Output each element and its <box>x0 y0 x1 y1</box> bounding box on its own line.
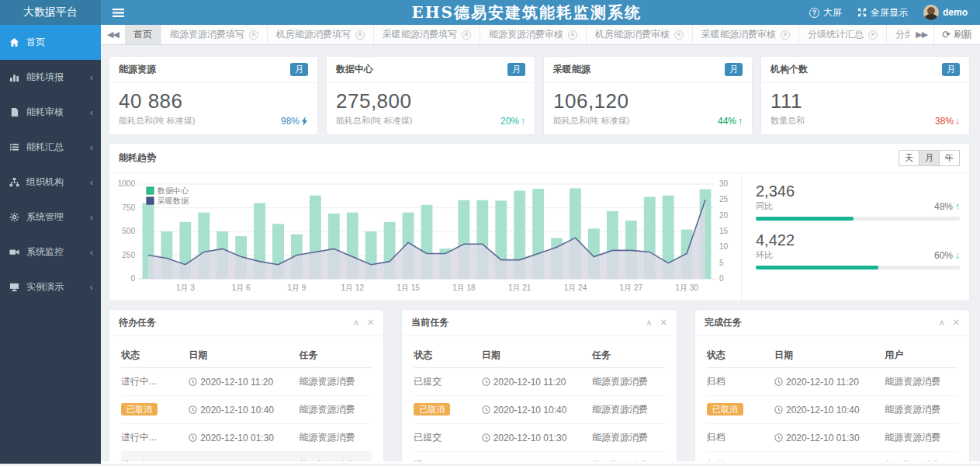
svg-text:1月 9: 1月 9 <box>287 283 306 292</box>
trend-chart: 025050075010000510152025301月 31月 61月 91月… <box>109 173 741 301</box>
status-text: 归档 <box>707 432 725 443</box>
user-menu[interactable]: demo <box>923 5 968 20</box>
status-badge: 已取消 <box>414 403 450 416</box>
column-header: 日期 <box>189 343 299 368</box>
stat-label: 能耗总和(吨 标准煤) <box>336 115 412 127</box>
svg-text:500: 500 <box>122 227 135 235</box>
fullscreen-label: 全屏显示 <box>871 6 908 19</box>
table-row: 已取消 2020-12-10 10:40 能源资源消费 <box>414 396 664 424</box>
tab-close-icon[interactable]: ✕ <box>249 30 258 40</box>
tab-采暖能源消费填写[interactable]: 采暖能源消费填写✕ <box>374 25 480 44</box>
tab-label: 机房能源消费填写 <box>276 28 351 41</box>
tab-label: 首页 <box>133 28 152 41</box>
sidebar-item-组织机构[interactable]: 组织机构‹ <box>0 165 101 200</box>
list-icon <box>9 142 22 152</box>
close-icon[interactable]: ✕ <box>367 318 374 328</box>
item-text: 能源资源消费 <box>885 376 940 387</box>
column-header: 任务 <box>592 343 665 368</box>
tab-采暖能源消费审核[interactable]: 采暖能源消费审核✕ <box>693 25 799 44</box>
column-header: 日期 <box>482 343 592 368</box>
table-row: 已提交 2020-12-10 01:30 能源资源消费 <box>414 424 664 452</box>
collapse-icon[interactable]: ∧ <box>646 318 652 328</box>
month-badge: 月 <box>290 63 308 76</box>
progress-bar <box>756 217 960 221</box>
tabs-scroll-left-button[interactable]: ◀◀ <box>101 25 125 44</box>
range-button-group: 天月年 <box>899 150 960 166</box>
status-badge: 已取消 <box>121 403 158 416</box>
tab-close-icon[interactable]: ✕ <box>568 30 577 40</box>
tab-close-icon[interactable]: ✕ <box>868 30 878 40</box>
tab-首页[interactable]: 首页 <box>125 25 161 44</box>
tab-close-icon[interactable]: ✕ <box>781 30 790 40</box>
range-button-天[interactable]: 天 <box>899 150 919 166</box>
brand-logo[interactable]: 大数据平台 <box>0 0 101 25</box>
item-text: 能源资源消费 <box>300 404 355 415</box>
column-header: 状态 <box>707 343 774 368</box>
svg-text:1月 18: 1月 18 <box>452 283 476 292</box>
avatar <box>923 5 939 20</box>
column-header: 状态 <box>414 343 481 368</box>
svg-text:1月 30: 1月 30 <box>675 283 698 292</box>
date-text: 2020-12-10 11:20 <box>200 377 273 388</box>
svg-text:250: 250 <box>122 251 135 259</box>
clock-icon <box>189 405 197 414</box>
sidebar-item-能耗审核[interactable]: 能耗审核‹ <box>0 95 101 130</box>
tabs-scroll-right-button[interactable]: ▶▶ <box>909 25 933 44</box>
tab-分级统计汇总[interactable]: 分级统计汇总✕ <box>799 25 887 44</box>
sidebar-toggle-button[interactable] <box>101 0 135 25</box>
hamburger-icon <box>113 9 124 17</box>
stat-card-能源资源: 能源资源 月 40 886 能耗总和(吨 标准煤) 98% <box>109 56 318 135</box>
tab-能源资源消费填写[interactable]: 能源资源消费填写✕ <box>161 25 268 44</box>
svg-text:30: 30 <box>719 179 729 188</box>
sidebar-item-能耗填报[interactable]: 能耗填报‹ <box>0 60 101 95</box>
sitemap-icon <box>9 177 22 187</box>
footer-strip <box>101 461 980 464</box>
date-text: 2020-12-10 10:40 <box>493 405 567 416</box>
collapse-icon[interactable]: ∧ <box>353 318 359 328</box>
close-icon[interactable]: ✕ <box>953 318 960 328</box>
refresh-label: 刷新 <box>954 28 972 41</box>
big-screen-button[interactable]: ? 大屏 <box>809 6 842 19</box>
column-header: 日期 <box>774 343 885 368</box>
sidebar-item-系统管理[interactable]: 系统管理‹ <box>0 200 101 235</box>
status-text: 已提交 <box>414 432 442 443</box>
trend-stat-label: 环比 <box>756 249 773 261</box>
main-content: 能源资源 月 40 886 能耗总和(吨 标准煤) 98% 数据中心 月 275… <box>101 45 980 461</box>
trend-stat-环比: 4,422 环比 60% ↓ <box>756 231 960 270</box>
tab-能源资源消费审核[interactable]: 能源资源消费审核✕ <box>480 25 587 44</box>
tab-机房能源消费填写[interactable]: 机房能源消费填写✕ <box>268 25 374 44</box>
svg-text:1月 21: 1月 21 <box>508 283 532 292</box>
sidebar-item-label: 能耗汇总 <box>26 141 64 154</box>
tab-close-icon[interactable]: ✕ <box>462 30 471 40</box>
sidebar-item-首页[interactable]: 首页 <box>0 25 101 60</box>
clock-icon <box>189 433 197 442</box>
stat-value: 275,800 <box>336 89 525 113</box>
item-text: 能源资源消费 <box>885 432 940 443</box>
panel-title: 当前任务 <box>411 316 448 329</box>
tab-机房能源消费审核[interactable]: 机房能源消费审核✕ <box>587 25 693 44</box>
close-icon[interactable]: ✕ <box>660 318 667 328</box>
tab-分类统计汇总[interactable]: 分类统计汇总✕ <box>887 25 909 44</box>
range-button-月[interactable]: 月 <box>919 150 940 166</box>
sidebar-item-label: 能耗填报 <box>26 71 64 84</box>
tab-close-icon[interactable]: ✕ <box>355 30 365 40</box>
collapse-icon[interactable]: ∧ <box>939 318 945 328</box>
month-badge: 月 <box>725 63 743 76</box>
table-row: 已取消 2020-12-10 10:40 能源资源消费 <box>121 396 372 424</box>
date-text: 2020-12-10 11:20 <box>493 377 566 388</box>
sidebar-item-能耗汇总[interactable]: 能耗汇总‹ <box>0 130 101 165</box>
table-row: 归档 2020-12-10 11:20 能源资源消费 <box>707 368 957 396</box>
clock-icon <box>482 377 490 386</box>
fullscreen-button[interactable]: 全屏显示 <box>857 6 908 19</box>
header-actions: ? 大屏 全屏显示 demo <box>809 5 980 20</box>
chevron-left-icon: ‹ <box>90 142 93 152</box>
refresh-button[interactable]: ⟳ 刷新 <box>933 25 980 44</box>
range-button-年[interactable]: 年 <box>939 150 960 166</box>
date-text: 2020-12-10 11:20 <box>786 377 859 388</box>
tab-close-icon[interactable]: ✕ <box>674 30 684 40</box>
sidebar-item-系统监控[interactable]: 系统监控‹ <box>0 235 101 270</box>
sidebar-item-实例演示[interactable]: 实例演示‹ <box>0 270 101 304</box>
arrow-up-icon: ↑ <box>955 201 960 212</box>
trend-stat-同比: 2,346 同比 48% ↑ <box>756 183 960 221</box>
clock-icon <box>774 433 783 442</box>
